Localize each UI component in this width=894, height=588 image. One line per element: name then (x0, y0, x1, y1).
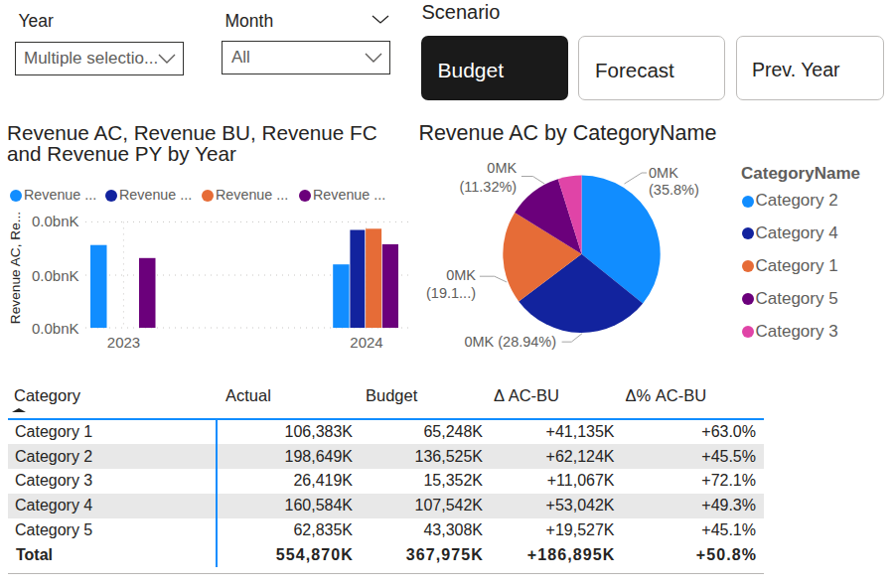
svg-text:(19.1...): (19.1...) (426, 285, 476, 301)
svg-text:0.0bnK: 0.0bnK (32, 320, 79, 337)
svg-text:0MK: 0MK (487, 160, 517, 176)
svg-text:2024: 2024 (350, 334, 382, 351)
svg-text:0MK (28.94%): 0MK (28.94%) (464, 334, 556, 350)
svg-text:0MK: 0MK (649, 165, 678, 181)
svg-text:0MK: 0MK (446, 267, 476, 283)
svg-text:(11.32%): (11.32%) (459, 179, 517, 195)
svg-text:2023: 2023 (107, 334, 140, 351)
svg-text:0.0bnK: 0.0bnK (32, 267, 79, 284)
svg-text:(35.8%): (35.8%) (649, 182, 699, 198)
svg-text:0.0bnK: 0.0bnK (32, 213, 79, 229)
svg-text:Revenue AC, Re...: Revenue AC, Re... (8, 212, 23, 324)
